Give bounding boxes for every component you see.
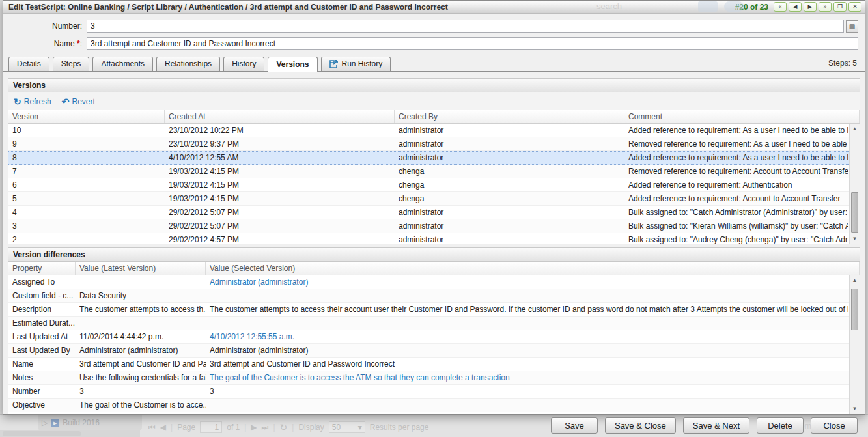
page-prev-icon: ◀ <box>160 423 166 432</box>
delete-button[interactable]: Delete <box>757 417 804 434</box>
selected-cell: The customer attempts to access their ac… <box>206 303 848 316</box>
chevron-down-icon: ▾ <box>358 423 362 432</box>
differences-rows: Assigned ToAdministrator (administrator)… <box>8 275 860 414</box>
table-row[interactable]: Assigned ToAdministrator (administrator) <box>8 275 860 289</box>
page-refresh-icon: ↻ <box>280 422 288 432</box>
revert-button[interactable]: ↶ Revert <box>62 97 95 106</box>
tab-run-history[interactable]: Run History <box>321 57 391 71</box>
table-row[interactable]: Last Updated At11/02/2014 4:44:42 p.m.4/… <box>8 330 860 344</box>
table-row[interactable]: NotesUse the following credentials for a… <box>8 371 860 385</box>
latest-cell: Use the following credentials for a fai.… <box>76 371 206 384</box>
revert-icon: ↶ <box>62 97 70 106</box>
name-label: Name *: <box>3 39 87 48</box>
column-header-version[interactable]: Version <box>8 110 165 123</box>
versions-section-header: Versions <box>8 78 860 92</box>
table-row[interactable]: 519/03/2012 4:15 PMchengaAdded reference… <box>8 192 860 206</box>
scrollbar-thumb[interactable] <box>851 289 858 330</box>
created-by-cell: administrator <box>395 233 624 244</box>
table-row[interactable]: Last Updated ByAdministrator (administra… <box>8 344 860 358</box>
scroll-up-icon[interactable]: ▲ <box>850 124 860 134</box>
table-row[interactable]: 329/02/2012 5:07 PMadministratorBulk ass… <box>8 219 860 233</box>
column-header-created-by[interactable]: Created By <box>395 110 624 123</box>
maximize-icon[interactable]: ❐ <box>833 2 847 12</box>
tab-attachments[interactable]: Attachments <box>92 57 153 71</box>
comment-cell: Added reference to requirement: As a use… <box>624 124 848 137</box>
last-record-button[interactable]: » <box>819 2 832 12</box>
refresh-icon: ↻ <box>14 97 21 106</box>
scroll-up-icon[interactable]: ▲ <box>850 275 860 286</box>
created-at-cell: 29/02/2012 5:07 PM <box>165 219 395 233</box>
selected-cell: 3rd attempt and Customer ID and Password… <box>206 358 848 371</box>
selected-cell[interactable]: 4/10/2012 12:55:55 a.m. <box>206 330 848 343</box>
table-row[interactable]: 84/10/2012 12:55 AMadministratorAdded re… <box>8 151 860 165</box>
build-icon: ▶ <box>51 419 59 427</box>
column-header-comment[interactable]: Comment <box>624 110 860 123</box>
next-record-button[interactable]: ▶ <box>804 2 817 12</box>
display-count-select: 50▾ <box>329 421 365 433</box>
table-row[interactable]: Name3rd attempt and Customer ID and Pa..… <box>8 358 860 371</box>
tab-relationships[interactable]: Relationships <box>156 57 220 71</box>
created-at-cell: 4/10/2012 12:55 AM <box>165 152 395 164</box>
page-of-label: of 1 <box>227 423 240 432</box>
differences-grid: Property Value (Latest Version) Value (S… <box>8 262 860 414</box>
created-by-cell: administrator <box>395 206 624 219</box>
version-cell: 2 <box>8 233 165 244</box>
close-icon[interactable]: ✕ <box>848 2 861 12</box>
tree-expand-icon: ▷ <box>42 418 48 427</box>
column-header-created-at[interactable]: Created At <box>165 110 395 123</box>
latest-cell: 3 <box>76 385 206 398</box>
table-row[interactable]: 923/10/2012 9:37 PMadministratorRemoved … <box>8 137 860 151</box>
tab-versions[interactable]: Versions <box>268 57 317 72</box>
table-row[interactable]: 719/03/2012 4:15 PMchengaRemoved referen… <box>8 165 860 178</box>
table-row[interactable]: Custom field - c...Data Security <box>8 289 860 303</box>
column-header-value-latest[interactable]: Value (Latest Version) <box>76 262 206 275</box>
created-at-cell: 19/03/2012 4:15 PM <box>165 165 395 178</box>
display-label: Display <box>298 423 324 432</box>
save-and-close-button[interactable]: Save & Close <box>605 417 676 434</box>
save-and-next-button[interactable]: Save & Next <box>683 417 749 434</box>
table-row[interactable]: 429/02/2012 5:07 PMadministratorBulk ass… <box>8 206 860 219</box>
latest-cell: The customer attempts to access th... <box>76 303 206 316</box>
tab-details[interactable]: Details <box>8 57 49 71</box>
created-by-cell: chenga <box>395 192 624 205</box>
table-row[interactable]: 1023/10/2012 10:22 PMadministratorAdded … <box>8 124 860 137</box>
page-label: Page <box>177 423 195 432</box>
refresh-button[interactable]: ↻ Refresh <box>14 97 51 106</box>
background-bottom-bar: ▷ ▶ Build 2016 ⏮ ◀ | Page 1 of 1 | ▶ ⏭ |… <box>0 414 868 437</box>
comment-cell: Added reference to requirement: As a use… <box>624 152 848 164</box>
created-at-cell: 19/03/2012 4:15 PM <box>165 192 395 205</box>
first-record-button[interactable]: « <box>774 2 787 12</box>
column-header-property[interactable]: Property <box>8 262 76 275</box>
edit-testscript-window: Edit TestScript: Online Banking / Script… <box>3 0 865 415</box>
table-row[interactable]: Estimated Durat... <box>8 317 860 330</box>
scroll-down-icon[interactable]: ▼ <box>850 234 860 244</box>
scroll-down-icon[interactable]: ▼ <box>850 404 860 414</box>
save-button[interactable]: Save <box>551 417 598 434</box>
name-field[interactable] <box>87 37 858 50</box>
close-button[interactable]: Close <box>811 417 858 434</box>
table-row[interactable]: DescriptionThe customer attempts to acce… <box>8 303 860 317</box>
scrollbar-thumb[interactable] <box>851 192 858 233</box>
table-row[interactable]: 619/03/2012 4:15 PMchengaAdded reference… <box>8 178 860 192</box>
footer-buttons: Save Save & Close Save & Next Delete Clo… <box>551 417 858 434</box>
table-row[interactable]: 229/02/2012 4:57 PMadministratorBulk ass… <box>8 233 860 244</box>
tab-history[interactable]: History <box>223 57 264 71</box>
prev-record-button[interactable]: ◀ <box>789 2 802 12</box>
differences-scrollbar[interactable]: ▲ ▼ <box>849 275 860 414</box>
property-cell: Notes <box>8 371 76 384</box>
version-cell: 4 <box>8 206 165 219</box>
version-cell: 5 <box>8 192 165 205</box>
comment-cell: Bulk assigned to: "Kieran Williams (will… <box>624 219 848 233</box>
versions-scrollbar[interactable]: ▲ ▼ <box>849 124 860 244</box>
number-stepper-icon[interactable]: ▤ <box>846 20 858 33</box>
selected-cell <box>206 289 848 302</box>
selected-cell[interactable]: Administrator (administrator) <box>206 275 848 289</box>
differences-grid-header: Property Value (Latest Version) Value (S… <box>8 262 860 275</box>
tab-steps[interactable]: Steps <box>53 57 90 71</box>
table-row[interactable]: Number33 <box>8 385 860 399</box>
selected-cell[interactable]: The goal of the Customer is to access th… <box>206 371 848 384</box>
versions-rows: 1023/10/2012 10:22 PMadministratorAdded … <box>8 124 860 244</box>
column-header-value-selected[interactable]: Value (Selected Version) <box>206 262 860 275</box>
number-field[interactable] <box>87 20 844 33</box>
table-row[interactable]: ObjectiveThe goal of the Customer is to … <box>8 399 860 412</box>
